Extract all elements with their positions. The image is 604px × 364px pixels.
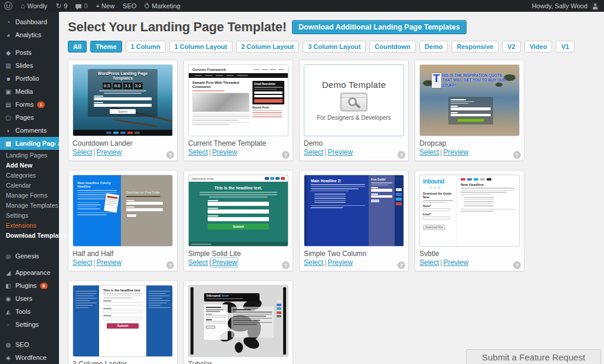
submenu-add-new[interactable]: Add New <box>0 160 59 170</box>
template-thumbnail[interactable]: Inbound now This is the headline text. S… <box>188 175 288 247</box>
filter-responsive[interactable]: Responsive <box>451 41 498 53</box>
template-thumbnail[interactable]: WordPress Landing Page Templates 0308313… <box>73 64 173 136</box>
sidebar-item-dashboard[interactable]: ◔Dashboard <box>0 15 59 28</box>
howdy-text: Howdy, Sally Wood <box>532 2 587 9</box>
site-name: Wordly <box>27 2 47 9</box>
template-thumbnail[interactable]: inbound now Download the Guide Now Name*… <box>419 175 520 247</box>
submenu-extensions[interactable]: Extensions <box>0 220 59 230</box>
select-link[interactable]: Select <box>304 258 323 267</box>
select-link[interactable]: Select <box>188 258 208 267</box>
submenu-settings[interactable]: Settings <box>0 210 59 220</box>
sidebar-item-settings[interactable]: ▫Settings <box>0 318 59 331</box>
sidebar-item-pages[interactable]: ▢Pages <box>0 111 59 124</box>
filter-v2[interactable]: V2 <box>502 41 520 53</box>
template-card-dropcap: T HIS IS THE INSPIRATION QUOTE THAT WILL… <box>415 60 524 161</box>
submenu-categories[interactable]: Categories <box>0 170 59 180</box>
submenu-landing-pages[interactable]: Landing Pages <box>0 150 59 160</box>
sidebar-item-media[interactable]: ▣Media <box>0 85 59 98</box>
updates-menu[interactable]: ↻ 9 <box>51 0 71 12</box>
sidebar-item-wordfence[interactable]: ◈Wordfence <box>0 351 59 364</box>
filter-theme[interactable]: Theme <box>90 41 122 53</box>
marketing-menu[interactable]: Marketing <box>140 0 184 12</box>
preview-link[interactable]: Preview <box>327 258 353 267</box>
filter-2-column-layout[interactable]: 2 Column Layout <box>236 41 299 53</box>
select-link[interactable]: Select <box>419 148 439 156</box>
users-icon: ◉ <box>5 296 12 302</box>
select-link[interactable]: Select <box>73 148 92 156</box>
help-icon[interactable]: ? <box>398 261 405 269</box>
thumb-art <box>113 119 157 127</box>
sidebar-item-appearance[interactable]: ◢Appearance <box>0 266 59 279</box>
landing-pages-icon: ▨ <box>5 140 12 147</box>
wordfence-icon: ◈ <box>5 355 12 361</box>
submenu-calendar[interactable]: Calendar <box>0 180 59 190</box>
filter-1-column[interactable]: 1 Column <box>126 41 166 53</box>
select-link[interactable]: Select <box>304 148 323 156</box>
preview-link[interactable]: Preview <box>443 258 468 267</box>
select-link[interactable]: Select <box>73 258 92 267</box>
preview-link[interactable]: Preview <box>96 258 122 267</box>
sidebar-item-analytics[interactable]: ◕Analytics <box>0 28 59 41</box>
help-icon[interactable]: ? <box>166 261 174 269</box>
template-thumbnail[interactable]: Main Headline 2! Free Guide! <box>304 175 404 247</box>
filter-video[interactable]: Video <box>524 41 553 53</box>
help-icon[interactable]: ? <box>398 151 405 159</box>
preview-link[interactable]: Preview <box>327 148 353 156</box>
filter-all[interactable]: All <box>68 41 87 53</box>
select-link[interactable]: Select <box>419 258 439 267</box>
sidebar-item-portfolio[interactable]: ■Portfolio <box>0 72 59 85</box>
help-icon[interactable]: ? <box>282 261 290 269</box>
comments-menu[interactable]: 0 <box>71 0 91 12</box>
template-thumbnail[interactable]: Demo Template For Designers & Developers <box>304 64 404 136</box>
template-thumbnail[interactable]: This is the headline text. Submit <box>73 285 173 357</box>
sidebar-item-tools[interactable]: ◭Tools <box>0 305 59 318</box>
sidebar-item-posts[interactable]: ◆Posts <box>0 46 59 59</box>
template-title: Current Theme Template <box>188 139 288 147</box>
sidebar-item-landing-pages[interactable]: ▨Landing Pages <box>0 137 59 150</box>
power-icon <box>145 4 149 8</box>
select-link[interactable]: Select <box>188 148 208 156</box>
thumb-footer <box>189 242 288 246</box>
filter-3-column-layout[interactable]: 3 Column Layout <box>303 41 366 53</box>
sidebar-item-seo[interactable]: ◍SEO <box>0 338 59 351</box>
sidebar-item-slides[interactable]: ▥Slides <box>0 59 59 72</box>
seo-menu[interactable]: SEO <box>119 0 140 12</box>
sidebar-item-forms[interactable]: ▤Forms1 <box>0 98 59 111</box>
preview-link[interactable]: Preview <box>443 148 468 156</box>
template-card-simple-solid-lite: Inbound now This is the headline text. S… <box>183 170 293 271</box>
help-icon[interactable]: ? <box>513 151 521 159</box>
help-icon[interactable]: ? <box>282 151 290 159</box>
preview-link[interactable]: Preview <box>212 258 237 267</box>
submenu-download-templates[interactable]: Download Templates <box>0 230 59 240</box>
thumb-left-column <box>73 286 99 356</box>
filter-1-column-layout[interactable]: 1 Column Layout <box>169 41 232 53</box>
sidebar-item-genesis[interactable]: ◎Genesis <box>0 250 59 263</box>
new-menu[interactable]: + New <box>92 0 119 12</box>
download-templates-button[interactable]: Download Additional Landing Page Templat… <box>292 20 467 34</box>
template-thumbnail[interactable]: Inboundnow <box>188 285 288 357</box>
sidebar-item-comments[interactable]: ◗Comments <box>0 124 59 137</box>
thumb-share-buttons <box>265 177 285 180</box>
thumb-article: New Headline <box>457 175 519 246</box>
filter-demo[interactable]: Demo <box>419 41 448 53</box>
account-menu[interactable]: Howdy, Sally Wood <box>532 2 604 10</box>
template-title: Countdown Lander <box>73 139 173 147</box>
preview-link[interactable]: Preview <box>212 148 237 156</box>
template-thumbnail[interactable]: Genesis Framework Sample Post With Threa… <box>188 64 288 136</box>
feature-request-button[interactable]: Submit a Feature Request <box>466 349 601 364</box>
submenu-manage-forms[interactable]: Manage Forms <box>0 190 59 200</box>
template-thumbnail[interactable]: Main Headline Catchy Headline Download o… <box>73 175 173 247</box>
filter-v1[interactable]: V1 <box>556 41 574 53</box>
help-icon[interactable]: ? <box>513 261 521 269</box>
forms-icon: ▤ <box>5 101 12 108</box>
sidebar-item-plugins[interactable]: ◧Plugins8 <box>0 279 59 292</box>
filter-countdown[interactable]: Countdown <box>369 41 415 53</box>
site-menu[interactable]: ⌂ Wordly <box>17 0 51 12</box>
template-thumbnail[interactable]: T HIS IS THE INSPIRATION QUOTE THAT WILL… <box>419 64 520 136</box>
help-icon[interactable]: ? <box>166 151 174 159</box>
forms-badge: 1 <box>37 101 44 108</box>
preview-link[interactable]: Preview <box>96 148 122 156</box>
sidebar-item-users[interactable]: ◉Users <box>0 292 59 305</box>
wordpress-logo[interactable]: Ⓤ <box>0 0 17 12</box>
submenu-manage-templates[interactable]: Manage Templates <box>0 200 59 210</box>
